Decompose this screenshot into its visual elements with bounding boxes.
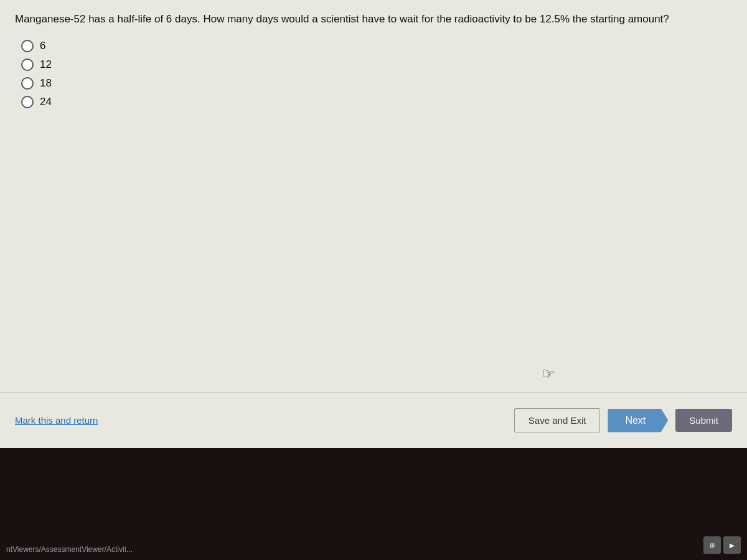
radio-6[interactable] — [21, 40, 34, 52]
radio-12[interactable] — [21, 58, 34, 71]
cursor-icon: ☞ — [540, 364, 557, 383]
option-label-24: 24 — [40, 96, 52, 108]
options-area: 6 12 18 24 — [15, 40, 732, 108]
option-label-18: 18 — [40, 77, 52, 90]
option-item-6[interactable]: 6 — [21, 40, 732, 52]
mark-return-link[interactable]: Mark this and return — [15, 415, 98, 426]
quiz-screen: Manganese-52 has a half-life of 6 days. … — [0, 0, 747, 448]
save-exit-button[interactable]: Save and Exit — [514, 408, 601, 432]
question-area: Manganese-52 has a half-life of 6 days. … — [0, 0, 747, 108]
option-item-24[interactable]: 24 — [21, 96, 732, 108]
radio-24[interactable] — [21, 96, 34, 108]
radio-18[interactable] — [21, 77, 34, 90]
option-label-12: 12 — [40, 58, 52, 71]
url-bar: ntViewers/AssessmentViewer/Activit... — [6, 545, 133, 554]
action-buttons: Save and Exit Next Submit — [514, 408, 732, 432]
option-item-12[interactable]: 12 — [21, 58, 732, 71]
option-item-18[interactable]: 18 — [21, 77, 732, 90]
taskbar-icon-1[interactable]: ⊞ — [703, 536, 721, 554]
taskbar-icon-2[interactable]: ▶ — [723, 536, 741, 554]
taskbar-icons: ⊞ ▶ — [703, 536, 741, 554]
next-button[interactable]: Next — [608, 409, 668, 432]
question-text: Manganese-52 has a half-life of 6 days. … — [15, 11, 732, 27]
option-label-6: 6 — [40, 40, 45, 52]
submit-button[interactable]: Submit — [675, 409, 732, 432]
bottom-bar: Mark this and return Save and Exit Next … — [0, 392, 747, 448]
taskbar-area: ntViewers/AssessmentViewer/Activit... ⊞ … — [0, 448, 747, 560]
